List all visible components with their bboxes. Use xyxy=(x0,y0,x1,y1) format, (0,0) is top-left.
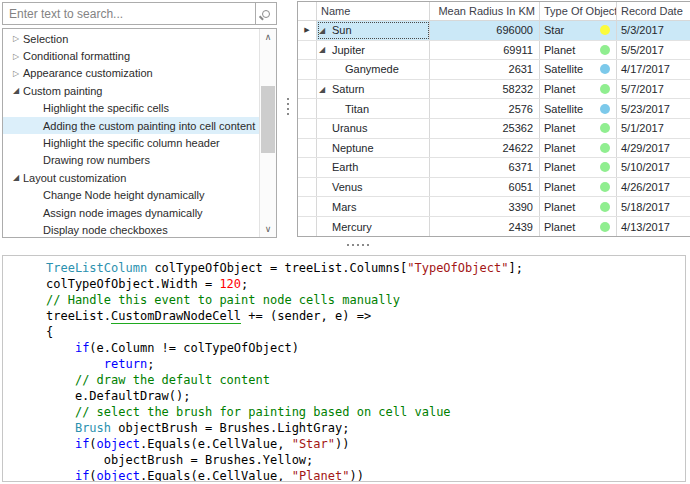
search-input[interactable] xyxy=(3,3,255,24)
name-cell[interactable]: Neptune xyxy=(317,139,430,158)
radius-cell[interactable]: 25362 xyxy=(430,119,540,138)
vertical-splitter[interactable] xyxy=(284,93,292,119)
name-cell[interactable]: ◢Jupiter xyxy=(317,41,430,60)
radius-cell[interactable]: 2631 xyxy=(430,60,540,79)
name-cell[interactable]: Titan xyxy=(317,99,430,118)
tree-item-6[interactable]: Highlight the specific column header xyxy=(3,134,259,151)
table-row[interactable]: Mars3390Planet5/18/2017 xyxy=(298,197,690,217)
type-cell[interactable]: Planet xyxy=(540,158,617,177)
tree-item-3[interactable]: ◢Custom painting xyxy=(3,82,259,99)
name-cell[interactable]: Earth xyxy=(317,158,430,177)
table-row[interactable]: Mercury2439Planet4/13/2017 xyxy=(298,217,690,237)
radius-cell[interactable]: 24622 xyxy=(430,139,540,158)
tree-item-10[interactable]: Assign node images dynamically xyxy=(3,204,259,221)
type-cell[interactable]: Planet xyxy=(540,119,617,138)
type-cell[interactable]: Star xyxy=(540,21,617,40)
radius-cell[interactable]: 6371 xyxy=(430,158,540,177)
collapse-icon[interactable]: ◢ xyxy=(319,26,332,35)
radius-cell[interactable]: 2439 xyxy=(430,217,540,237)
tree-item-11[interactable]: Display node checkboxes xyxy=(3,221,259,238)
date-cell[interactable]: 5/18/2017 xyxy=(617,197,690,216)
date-cell[interactable]: 4/13/2017 xyxy=(617,217,690,237)
type-cell[interactable]: Planet xyxy=(540,197,617,216)
code-token-type: Brush xyxy=(75,421,111,435)
collapse-icon[interactable]: ◢ xyxy=(319,85,332,94)
search-button[interactable] xyxy=(255,3,276,24)
tree-item-7[interactable]: Drawing row numbers xyxy=(3,152,259,169)
cell-date-value: 4/13/2017 xyxy=(621,221,670,233)
name-cell[interactable]: Venus xyxy=(317,178,430,197)
type-cell[interactable]: Satellite xyxy=(540,99,617,118)
type-cell[interactable]: Planet xyxy=(540,41,617,60)
expand-icon[interactable]: ▷ xyxy=(9,34,23,43)
expand-icon[interactable]: ▷ xyxy=(9,52,23,61)
date-cell[interactable]: 5/3/2017 xyxy=(617,21,690,40)
code-token-plain: ]; xyxy=(508,261,522,275)
table-row[interactable]: Titan2576Satellite5/23/2017 xyxy=(298,99,690,119)
type-cell[interactable]: Planet xyxy=(540,80,617,99)
row-indicator-cell xyxy=(298,41,317,60)
tree-item-2[interactable]: ▷Appearance customization xyxy=(3,65,259,82)
scroll-down-icon[interactable]: ∨ xyxy=(260,221,276,237)
table-row[interactable]: Earth6371Planet5/10/2017 xyxy=(298,158,690,178)
type-cell[interactable]: Planet xyxy=(540,178,617,197)
type-cell[interactable]: Satellite xyxy=(540,60,617,79)
date-cell[interactable]: 5/5/2017 xyxy=(617,41,690,60)
cell-date-value: 5/23/2017 xyxy=(621,103,670,115)
table-row[interactable]: ◢Saturn58232Planet5/7/2017 xyxy=(298,80,690,100)
table-row[interactable]: Ganymede2631Satellite4/17/2017 xyxy=(298,60,690,80)
date-cell[interactable]: 4/17/2017 xyxy=(617,60,690,79)
cell-date-value: 5/1/2017 xyxy=(621,122,664,134)
name-cell[interactable]: ◢Saturn xyxy=(317,80,430,99)
name-cell[interactable]: Ganymede xyxy=(317,60,430,79)
radius-cell[interactable]: 2576 xyxy=(430,99,540,118)
column-header-type-of-object[interactable]: Type Of Object xyxy=(540,2,617,20)
name-cell[interactable]: ◢Sun xyxy=(317,21,430,40)
type-cell[interactable]: Planet xyxy=(540,139,617,158)
table-row[interactable]: Venus6051Planet4/26/2017 xyxy=(298,178,690,198)
cell-radius-value: 696000 xyxy=(496,24,533,36)
type-cell[interactable]: Planet xyxy=(540,217,617,237)
column-header-mean-radius-in-km[interactable]: Mean Radius In KM xyxy=(430,2,540,20)
radius-cell[interactable]: 6051 xyxy=(430,178,540,197)
collapse-icon[interactable]: ◢ xyxy=(9,173,23,182)
date-cell[interactable]: 5/1/2017 xyxy=(617,119,690,138)
scrollbar-thumb[interactable] xyxy=(261,86,275,153)
expand-icon[interactable]: ▷ xyxy=(9,69,23,78)
name-cell[interactable]: Mars xyxy=(317,197,430,216)
table-row[interactable]: Uranus25362Planet5/1/2017 xyxy=(298,119,690,139)
tree-item-0[interactable]: ▷Selection xyxy=(3,30,259,47)
date-cell[interactable]: 5/10/2017 xyxy=(617,158,690,177)
tree-item-1[interactable]: ▷Conditional formatting xyxy=(3,47,259,64)
table-row[interactable]: Neptune24622Planet4/29/2017 xyxy=(298,139,690,159)
column-header-record-date[interactable]: Record Date xyxy=(617,2,690,20)
radius-cell[interactable]: 58232 xyxy=(430,80,540,99)
name-cell[interactable]: Mercury xyxy=(317,217,430,237)
tree-scrollbar[interactable]: ∧ ∨ xyxy=(259,29,276,237)
tree-item-4[interactable]: Highlight the specific cells xyxy=(3,100,259,117)
radius-cell[interactable]: 696000 xyxy=(430,21,540,40)
date-cell[interactable]: 4/29/2017 xyxy=(617,139,690,158)
tree-item-9[interactable]: Change Node height dynamically xyxy=(3,187,259,204)
scroll-up-icon[interactable]: ∧ xyxy=(260,29,276,45)
search-icon xyxy=(262,10,270,18)
code-token-plain: e.DefaultDraw(); xyxy=(46,389,191,403)
table-row[interactable]: ◢Jupiter69911Planet5/5/2017 xyxy=(298,41,690,61)
blue-object-dot-icon xyxy=(600,64,610,74)
tree-item-label: Adding the custom painting into cell con… xyxy=(43,120,255,132)
name-cell[interactable]: Uranus xyxy=(317,119,430,138)
tree-item-5[interactable]: Adding the custom painting into cell con… xyxy=(3,117,259,134)
date-cell[interactable]: 5/23/2017 xyxy=(617,99,690,118)
tree-item-8[interactable]: ◢Layout customization xyxy=(3,169,259,186)
column-header-name[interactable]: Name xyxy=(317,2,430,20)
date-cell[interactable]: 5/7/2017 xyxy=(617,80,690,99)
date-cell[interactable]: 4/26/2017 xyxy=(617,178,690,197)
collapse-icon[interactable]: ◢ xyxy=(9,86,23,95)
code-token-com: // draw the default content xyxy=(75,373,270,387)
table-row[interactable]: ▶◢Sun696000Star5/3/2017 xyxy=(298,21,690,41)
code-token-plain xyxy=(46,405,75,419)
collapse-icon[interactable]: ◢ xyxy=(319,45,332,54)
radius-cell[interactable]: 69911 xyxy=(430,41,540,60)
horizontal-splitter[interactable] xyxy=(347,241,379,249)
radius-cell[interactable]: 3390 xyxy=(430,197,540,216)
